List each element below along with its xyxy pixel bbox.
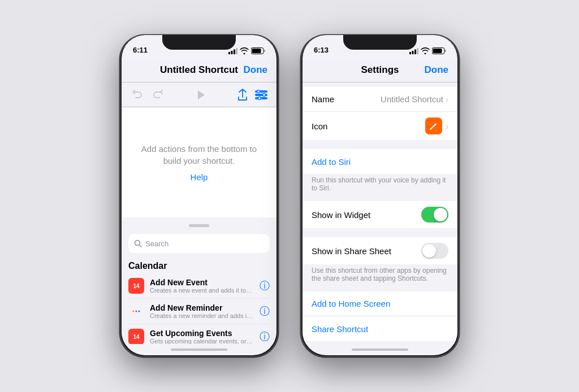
list-section: Calendar 14 Add New Event Creates a new …	[122, 256, 276, 344]
svg-point-10	[257, 90, 260, 93]
svg-marker-6	[198, 90, 205, 99]
item-subtitle-1: Creates a new event and adds it to the s…	[150, 287, 254, 294]
svg-rect-23	[433, 49, 442, 53]
name-value: Untitled Shortcut	[381, 94, 443, 104]
content-area-1: Add actions from the bottom to build you…	[122, 107, 276, 344]
share-label: Show in Share Sheet	[312, 246, 421, 256]
svg-rect-18	[409, 52, 411, 54]
phone-1: 6:11	[120, 35, 278, 357]
home-indicator-2	[303, 344, 457, 355]
search-bar: Search	[122, 230, 276, 256]
redo-icon[interactable]	[151, 89, 165, 101]
settings-row-share-shortcut[interactable]: Share Shortcut	[303, 316, 457, 341]
battery-icon-2	[432, 47, 446, 54]
status-icons-1	[228, 47, 265, 54]
undo-icon[interactable]	[131, 89, 144, 101]
group-home-share: Add to Home Screen Share Shortcut	[303, 287, 457, 341]
settings-group-widget: Show in Widget	[303, 201, 457, 228]
icon-label: Icon	[312, 121, 425, 131]
list-item[interactable]: Add New Reminder Creates a new reminder …	[128, 299, 270, 324]
status-icons-2	[409, 47, 446, 54]
svg-rect-1	[231, 51, 233, 54]
toolbar-1	[122, 82, 276, 107]
nav-title-2: Settings	[361, 64, 399, 76]
wifi-icon-2	[421, 47, 430, 54]
settings-row-share[interactable]: Show in Share Sheet	[303, 237, 457, 264]
section-header: Calendar	[128, 256, 270, 273]
empty-state: Add actions from the bottom to build you…	[122, 107, 276, 217]
item-subtitle-3: Gets upcoming calendar events, ordered f…	[150, 338, 254, 344]
done-btn-1[interactable]: Done	[244, 64, 268, 76]
group-siri: Add to Siri Run this shortcut with your …	[303, 145, 457, 197]
phone-2: 6:13	[301, 35, 459, 357]
toggle-knob-widget	[434, 208, 447, 221]
settings-content: Name Untitled Shortcut › Icon ›	[303, 82, 457, 344]
svg-point-11	[263, 93, 266, 96]
toolbar-left	[131, 89, 165, 101]
nav-bar-2: Settings Done	[303, 58, 457, 82]
nav-bar-1: Untitled Shortcut Done	[122, 58, 276, 82]
time-2: 6:13	[314, 46, 329, 54]
chevron-name: ›	[446, 94, 448, 104]
svg-rect-2	[234, 49, 235, 54]
icon-preview	[425, 117, 442, 134]
settings-row-widget[interactable]: Show in Widget	[303, 201, 457, 228]
widget-toggle[interactable]	[421, 207, 448, 223]
info-icon-2[interactable]: ⓘ	[260, 304, 270, 318]
svg-point-15	[133, 311, 135, 312]
item-title-1: Add New Event	[150, 278, 254, 287]
svg-rect-3	[236, 48, 238, 54]
widget-label: Show in Widget	[312, 210, 421, 220]
group-widget: Show in Widget	[303, 197, 457, 228]
settings-row-icon[interactable]: Icon ›	[303, 112, 457, 140]
item-content-1: Add New Event Creates a new event and ad…	[150, 278, 254, 294]
siri-link[interactable]: Add to Siri	[312, 157, 448, 167]
settings-group-share: Show in Share Sheet	[303, 237, 457, 264]
home-indicator-1	[122, 344, 276, 355]
search-icon	[134, 239, 142, 247]
pencil-icon	[429, 121, 439, 131]
notch-1	[162, 35, 236, 50]
toggle-knob-share	[422, 244, 436, 258]
calendar-icon-3: 14	[128, 329, 144, 344]
wifi-icon-1	[240, 47, 249, 54]
time-1: 6:11	[133, 46, 148, 54]
share-shortcut-link[interactable]: Share Shortcut	[312, 324, 448, 334]
info-icon-3[interactable]: ⓘ	[260, 330, 270, 343]
list-item[interactable]: 14 Get Upcoming Events Gets upcoming cal…	[128, 324, 270, 344]
empty-state-text: Add actions from the bottom to build you…	[133, 143, 265, 167]
search-placeholder: Search	[145, 239, 168, 248]
settings-icon[interactable]	[255, 89, 267, 101]
group-share-sheet: Show in Share Sheet Use this shortcut fr…	[303, 233, 457, 287]
svg-rect-20	[414, 49, 416, 54]
done-btn-2[interactable]: Done	[425, 64, 449, 76]
settings-group-1: Name Untitled Shortcut › Icon ›	[303, 87, 457, 140]
play-icon[interactable]	[195, 89, 206, 101]
home-bar-2	[352, 349, 408, 351]
item-title-3: Get Upcoming Events	[150, 329, 254, 338]
info-icon-1[interactable]: ⓘ	[260, 279, 270, 293]
homescreen-link[interactable]: Add to Home Screen	[312, 299, 448, 308]
siri-description: Run this shortcut with your voice by add…	[303, 174, 457, 197]
home-bar-1	[171, 349, 227, 351]
list-item[interactable]: 14 Add New Event Creates a new event and…	[128, 273, 270, 299]
settings-row-name[interactable]: Name Untitled Shortcut ›	[303, 87, 457, 112]
settings-row-homescreen[interactable]: Add to Home Screen	[303, 291, 457, 316]
share-toggle[interactable]	[421, 243, 448, 259]
item-title-2: Add New Reminder	[150, 303, 254, 312]
share-description: Use this shortcut from other apps by ope…	[303, 264, 457, 287]
search-input-container[interactable]: Search	[128, 234, 270, 253]
item-subtitle-2: Creates a new reminder and adds it to th…	[150, 312, 254, 319]
chevron-icon: ›	[446, 121, 448, 131]
calendar-icon-1: 14	[128, 278, 144, 294]
settings-row-siri[interactable]: Add to Siri	[303, 149, 457, 174]
screen-2: 6:13	[303, 35, 457, 355]
svg-rect-5	[252, 49, 261, 53]
svg-line-14	[140, 245, 142, 247]
help-link[interactable]: Help	[191, 172, 208, 182]
share-icon[interactable]	[237, 89, 248, 101]
settings-group-siri: Add to Siri	[303, 149, 457, 174]
toolbar-right	[237, 89, 267, 101]
battery-icon-1	[251, 47, 265, 54]
svg-rect-0	[228, 52, 230, 54]
